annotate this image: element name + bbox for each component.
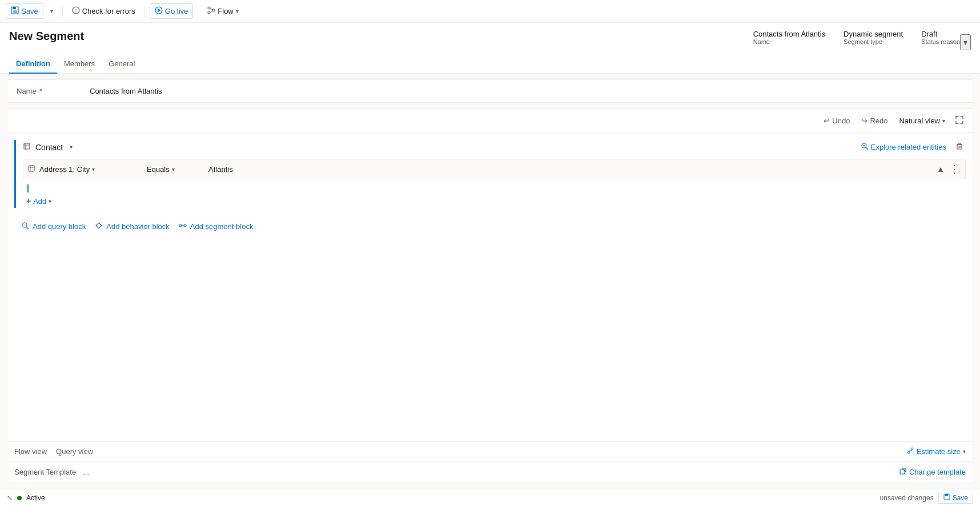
save-label: Save [21,7,38,15]
behavior-block-icon [95,222,103,231]
save-icon [11,6,19,16]
condition-operator[interactable]: Equals ▾ [147,165,204,174]
undo-button[interactable]: ↩ Undo [820,114,853,127]
flow-button[interactable]: Flow ▾ [203,4,243,18]
toolbar-divider-1 [62,6,63,17]
name-form-row: Name * Contacts from Atlantis [17,87,963,95]
condition-field[interactable]: Address 1: City ▾ [39,165,142,174]
condition-field-chevron: ▾ [92,166,95,172]
cursor-bar [27,184,29,192]
go-live-button[interactable]: Go live [150,3,193,19]
header-collapse-button[interactable]: ▾ [960,34,971,50]
save-button[interactable]: Save [6,3,43,19]
svg-point-27 [184,224,186,227]
add-condition-button[interactable]: + Add ▾ [23,194,55,208]
contact-group: Contact ▾ [14,140,966,208]
status-bar: ⤡ Active unsaved changes Save [0,489,980,506]
required-indicator: * [39,87,42,95]
condition-actions: ▲ ⋮ [935,163,961,175]
name-form-section: Name * Contacts from Atlantis [7,79,973,103]
meta-name-value: Contacts from Atlantis [753,30,825,38]
go-live-icon [155,6,163,16]
add-query-block-label: Add query block [33,222,86,231]
meta-status-reason-label: Status reason [921,38,960,45]
name-field-value[interactable]: Contacts from Atlantis [90,87,162,95]
check-errors-button[interactable]: ! Check for errors [67,4,140,18]
svg-line-10 [210,11,212,13]
explore-icon [861,142,869,152]
flow-view-button[interactable]: Flow view [14,447,47,456]
template-row: Segment Template ... Change template [7,461,973,483]
add-query-block-button[interactable]: Add query block [21,222,86,231]
svg-line-33 [902,468,906,472]
redo-icon: ↪ [861,117,867,125]
svg-text:!: ! [75,8,77,14]
add-segment-block-label: Add segment block [190,222,254,231]
meta-name: Contacts from Atlantis Name [753,30,825,45]
tab-definition[interactable]: Definition [9,55,57,74]
estimate-size-label: Estimate size [917,447,961,456]
tab-members[interactable]: Members [57,55,102,74]
add-behavior-block-label: Add behavior block [106,222,170,231]
add-label: Add [33,197,46,206]
svg-line-15 [866,147,868,150]
add-behavior-block-button[interactable]: Add behavior block [95,222,170,231]
header-meta: Contacts from Atlantis Name Dynamic segm… [753,30,960,45]
redo-button[interactable]: ↪ Redo [858,114,891,127]
page-title: New Segment [9,30,84,43]
estimate-chevron-icon: ▾ [963,448,966,455]
page-header: New Segment Contacts from Atlantis Name … [0,23,980,50]
explore-label: Explore related entities [871,143,946,151]
more-options-button[interactable]: ⋮ [948,163,961,175]
add-segment-block-button[interactable]: Add segment block [179,222,254,231]
view-links: Flow view Query view [14,447,93,456]
block-buttons: Add query block Add behavior block [21,215,966,238]
add-icon: + [26,196,31,206]
svg-line-31 [909,450,912,451]
svg-point-29 [907,451,910,453]
go-live-label: Go live [165,7,188,15]
change-template-icon [899,467,907,477]
unsaved-text: unsaved changes [880,494,934,502]
contact-dropdown-button[interactable]: ▾ [67,143,75,151]
svg-rect-2 [13,10,17,13]
view-select-button[interactable]: Natural view ▾ [895,114,949,127]
toolbar-divider-2 [144,6,145,17]
save-dropdown-button[interactable]: ▾ [46,6,58,17]
query-block-icon [21,222,29,231]
tab-general[interactable]: General [102,55,142,74]
status-right: unsaved changes Save [880,492,973,504]
query-view-button[interactable]: Query view [56,447,93,456]
status-save-button[interactable]: Save [938,492,973,504]
explore-related-button[interactable]: Explore related entities [861,142,946,152]
check-errors-icon: ! [72,6,80,16]
condition-operator-text: Equals [147,165,170,174]
svg-point-30 [911,448,913,450]
change-template-button[interactable]: Change template [899,467,966,477]
add-chevron-icon: ▾ [49,198,51,204]
svg-rect-35 [945,494,948,496]
cursor-line [23,183,966,194]
condition-value[interactable]: Atlantis [208,165,931,174]
check-errors-label: Check for errors [82,7,135,15]
svg-rect-18 [957,144,962,149]
meta-segment-type-label: Segment type [844,38,903,45]
condition-operator-chevron: ▾ [172,166,175,172]
segment-builder: ↩ Undo ↪ Redo Natural view ▾ [7,109,973,483]
name-field-label: Name * [17,87,85,95]
flow-chevron-icon: ▾ [236,8,239,14]
estimate-size-button[interactable]: Estimate size ▾ [906,447,966,456]
expand-button[interactable] [953,114,966,128]
svg-rect-11 [24,143,30,149]
collapse-condition-button[interactable]: ▲ [935,163,946,175]
delete-condition-button[interactable] [953,140,966,154]
condition-entity-icon [28,165,35,174]
meta-status-reason: Draft Status reason [921,30,960,45]
status-left: ⤡ Active [7,494,45,502]
save-chevron-icon: ▾ [50,8,53,14]
condition-row: Address 1: City ▾ Equals ▾ Atlantis ▲ ⋮ [23,159,966,179]
expand-status-icon[interactable]: ⤡ [7,494,13,502]
contact-header: Contact ▾ [23,140,966,154]
condition-field-text: Address 1: City [39,165,90,174]
content-area: Name * Contacts from Atlantis ↩ Undo ↪ R… [0,74,980,489]
